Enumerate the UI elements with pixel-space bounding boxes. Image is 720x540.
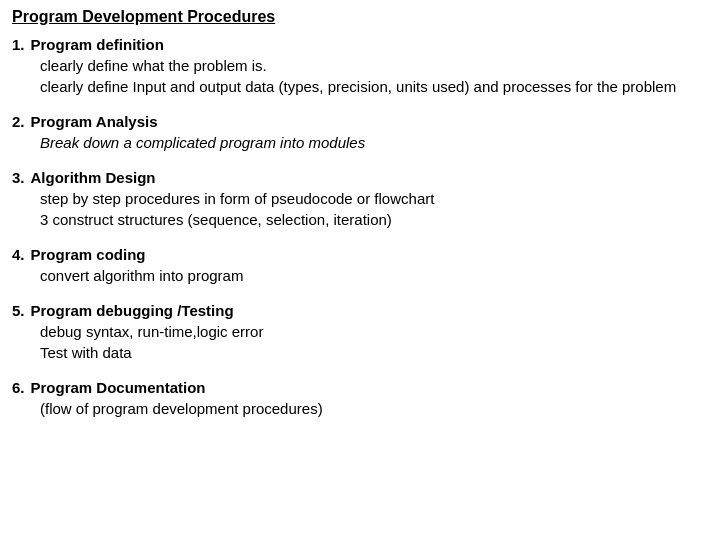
section-1-heading: Program definition: [31, 36, 164, 53]
section-6-body: (flow of program development procedures): [40, 398, 708, 419]
section-2-body: Break down a complicated program into mo…: [40, 132, 708, 153]
section-3: 3.Algorithm Designstep by step procedure…: [12, 169, 708, 230]
section-3-heading: Algorithm Design: [31, 169, 156, 186]
section-6-heading: Program Documentation: [31, 379, 206, 396]
section-6: 6.Program Documentation(flow of program …: [12, 379, 708, 419]
section-3-number: 3.: [12, 169, 25, 186]
section-5-line-1: debug syntax, run-time,logic error: [40, 321, 708, 342]
section-4-heading: Program coding: [31, 246, 146, 263]
section-5-number: 5.: [12, 302, 25, 319]
section-1-line-2: clearly define Input and output data (ty…: [40, 76, 708, 97]
section-5-line-2: Test with data: [40, 342, 708, 363]
section-1-line-1: clearly define what the problem is.: [40, 55, 708, 76]
page-title: Program Development Procedures: [12, 8, 708, 26]
section-2-number: 2.: [12, 113, 25, 130]
section-1-body: clearly define what the problem is.clear…: [40, 55, 708, 97]
section-6-line-1: (flow of program development procedures): [40, 398, 708, 419]
section-5: 5.Program debugging /Testingdebug syntax…: [12, 302, 708, 363]
section-5-heading: Program debugging /Testing: [31, 302, 234, 319]
section-4: 4.Program codingconvert algorithm into p…: [12, 246, 708, 286]
section-3-body: step by step procedures in form of pseud…: [40, 188, 708, 230]
section-4-number: 4.: [12, 246, 25, 263]
section-1-number: 1.: [12, 36, 25, 53]
section-2: 2.Program AnalysisBreak down a complicat…: [12, 113, 708, 153]
section-4-line-1: convert algorithm into program: [40, 265, 708, 286]
section-3-line-1: step by step procedures in form of pseud…: [40, 188, 708, 209]
section-1: 1.Program definitionclearly define what …: [12, 36, 708, 97]
section-5-body: debug syntax, run-time,logic errorTest w…: [40, 321, 708, 363]
section-4-body: convert algorithm into program: [40, 265, 708, 286]
section-3-line-2: 3 construct structures (sequence, select…: [40, 209, 708, 230]
section-2-line-1: Break down a complicated program into mo…: [40, 132, 708, 153]
section-6-number: 6.: [12, 379, 25, 396]
section-2-heading: Program Analysis: [31, 113, 158, 130]
